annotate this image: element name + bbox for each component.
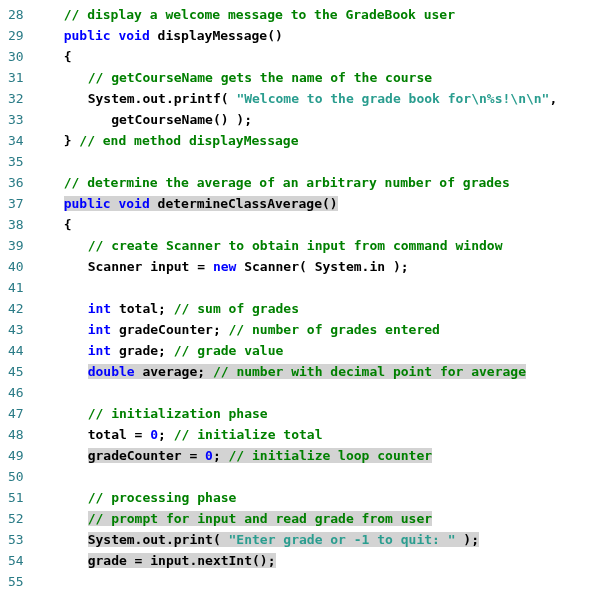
line-number: 36 [8, 172, 24, 193]
line-number: 33 [8, 109, 24, 130]
code-line [40, 151, 602, 172]
code-line: { [40, 214, 602, 235]
line-number: 34 [8, 130, 24, 151]
keyword: public [64, 28, 111, 43]
identifier: grade = input.nextInt(); [88, 553, 276, 568]
string: "Welcome to the grade book for\n%s!\n\n" [236, 91, 549, 106]
line-number: 32 [8, 88, 24, 109]
line-number: 51 [8, 487, 24, 508]
identifier: grade; [111, 343, 174, 358]
comment: // display a welcome message to the Grad… [64, 7, 455, 22]
identifier: Scanner input = [88, 259, 213, 274]
line-number: 42 [8, 298, 24, 319]
code-line: int gradeCounter; // number of grades en… [40, 319, 602, 340]
identifier: getCourseName() ); [88, 112, 252, 127]
keyword: public [64, 196, 111, 211]
number: 0 [150, 427, 158, 442]
comment: // prompt for input and read grade from … [88, 511, 432, 526]
line-number: 28 [8, 4, 24, 25]
keyword: double [88, 364, 135, 379]
line-number: 48 [8, 424, 24, 445]
brace: } [64, 133, 80, 148]
line-number: 53 [8, 529, 24, 550]
identifier: total; [111, 301, 174, 316]
code-line: double average; // number with decimal p… [40, 361, 602, 382]
line-number: 50 [8, 466, 24, 487]
code-line: public void determineClassAverage() [40, 193, 602, 214]
code-line: // create Scanner to obtain input from c… [40, 235, 602, 256]
comment: // determine the average of an arbitrary… [64, 175, 510, 190]
line-number: 29 [8, 25, 24, 46]
code-line: public void displayMessage() [40, 25, 602, 46]
line-number: 30 [8, 46, 24, 67]
punct: , [549, 91, 557, 106]
comment: // sum of grades [174, 301, 299, 316]
code-line: // initialization phase [40, 403, 602, 424]
code-line: grade = input.nextInt(); [40, 550, 602, 571]
identifier: determineClassAverage() [150, 196, 338, 211]
brace: { [64, 217, 72, 232]
keyword: void [118, 28, 149, 43]
code-line: // prompt for input and read grade from … [40, 508, 602, 529]
comment: // end method displayMessage [79, 133, 298, 148]
code-line: System.out.print( "Enter grade or -1 to … [40, 529, 602, 550]
code-line: int grade; // grade value [40, 340, 602, 361]
line-number: 54 [8, 550, 24, 571]
identifier: System.out.printf( [88, 91, 237, 106]
line-number: 52 [8, 508, 24, 529]
code-line: Scanner input = new Scanner( System.in )… [40, 256, 602, 277]
identifier: displayMessage() [150, 28, 283, 43]
line-number: 41 [8, 277, 24, 298]
code-line: // display a welcome message to the Grad… [40, 4, 602, 25]
punct: ); [456, 532, 479, 547]
identifier: total = [88, 427, 151, 442]
code-line [40, 571, 602, 592]
code-line: // determine the average of an arbitrary… [40, 172, 602, 193]
code-line: getCourseName() ); [40, 109, 602, 130]
identifier: average; [135, 364, 213, 379]
line-number: 39 [8, 235, 24, 256]
code-line: System.out.printf( "Welcome to the grade… [40, 88, 602, 109]
code-line: total = 0; // initialize total [40, 424, 602, 445]
line-number: 44 [8, 340, 24, 361]
identifier: Scanner( System.in ); [236, 259, 408, 274]
keyword: int [88, 301, 111, 316]
comment: // initialize total [174, 427, 323, 442]
line-number: 37 [8, 193, 24, 214]
code-area: // display a welcome message to the Grad… [40, 4, 602, 592]
code-line [40, 466, 602, 487]
line-number: 47 [8, 403, 24, 424]
line-number: 31 [8, 67, 24, 88]
line-number: 46 [8, 382, 24, 403]
comment: // create Scanner to obtain input from c… [88, 238, 503, 253]
code-line: gradeCounter = 0; // initialize loop cou… [40, 445, 602, 466]
code-line: // getCourseName gets the name of the co… [40, 67, 602, 88]
line-number: 45 [8, 361, 24, 382]
line-number: 49 [8, 445, 24, 466]
line-number: 35 [8, 151, 24, 172]
number: 0 [205, 448, 213, 463]
identifier: System.out.print( [88, 532, 229, 547]
code-line: { [40, 46, 602, 67]
identifier: gradeCounter; [111, 322, 228, 337]
identifier: gradeCounter = [88, 448, 205, 463]
line-number: 38 [8, 214, 24, 235]
line-number: 43 [8, 319, 24, 340]
code-line: // processing phase [40, 487, 602, 508]
punct: ; [158, 427, 174, 442]
comment: // initialize loop counter [229, 448, 433, 463]
comment: // number with decimal point for average [213, 364, 526, 379]
comment: // getCourseName gets the name of the co… [88, 70, 432, 85]
keyword: void [111, 196, 150, 211]
code-line: } // end method displayMessage [40, 130, 602, 151]
comment: // number of grades entered [229, 322, 440, 337]
comment: // processing phase [88, 490, 237, 505]
keyword: new [213, 259, 236, 274]
code-line [40, 277, 602, 298]
keyword: int [88, 343, 111, 358]
line-number: 40 [8, 256, 24, 277]
line-number-gutter: 28 29 30 31 32 33 34 35 36 37 38 39 40 4… [0, 4, 40, 592]
brace: { [64, 49, 72, 64]
comment: // grade value [174, 343, 284, 358]
line-number: 55 [8, 571, 24, 592]
